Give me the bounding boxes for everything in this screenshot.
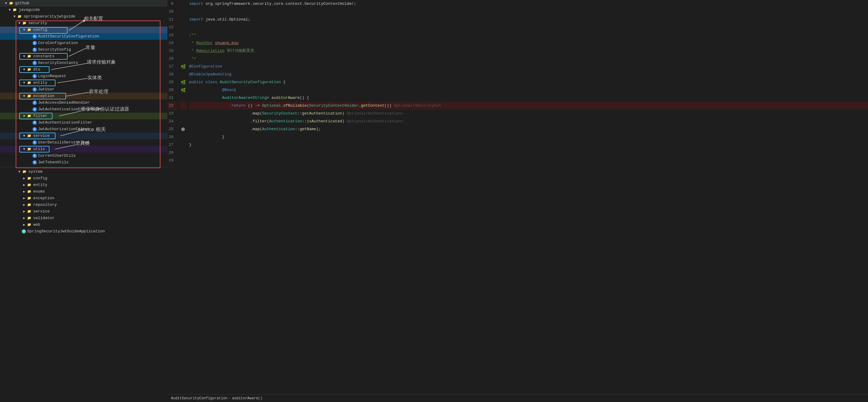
tree-label-authfilter: JwtAuthenticationFilter [38, 119, 92, 126]
gutter-20: 🌿 [180, 86, 187, 94]
tree-label-loginrequest: LoginRequest [38, 73, 66, 79]
tree-item-authfilter[interactable]: C JwtAuthenticationFilter [0, 119, 167, 126]
tree-item-sys-config[interactable]: ▶ 📁 config [0, 175, 167, 182]
bookmark-icon-19: 🌿 [181, 80, 186, 85]
gutter-12 [180, 24, 187, 31]
gutter-9 [180, 0, 187, 8]
code-line-24: .filter(Authentication::isAuthenticated)… [189, 118, 868, 125]
line-num-25: 25 [167, 125, 177, 133]
editor-lines: 9 10 11 12 13 14 15 16 17 18 19 20 21 22… [167, 0, 868, 394]
collapse-arrow-sys-entity[interactable]: ▶ [22, 182, 27, 188]
gutter-17: 🌿 [180, 63, 187, 70]
tree-label-sys-entity: entity [33, 182, 48, 188]
collapse-arrow-filter[interactable]: ▼ [22, 113, 27, 119]
tree-item-exception[interactable]: ▼ 📁 exception [0, 93, 167, 99]
folder-icon-web: 📁 [27, 222, 32, 228]
collapse-arrow-github[interactable]: ▼ [4, 0, 8, 7]
collapse-arrow-config[interactable]: ▼ [22, 27, 27, 33]
tree-item-sys-entity[interactable]: ▶ 📁 entity [0, 182, 167, 188]
tree-item-userdetails[interactable]: C UserDetailsServiceImpl [0, 139, 167, 146]
tree-item-currentuser[interactable]: C CurrentUserUtils [0, 153, 167, 159]
tree-item-secconstants[interactable]: C SecurityConstants [0, 60, 167, 66]
collapse-arrow-security[interactable]: ▼ [17, 20, 22, 27]
code-editor: 9 10 11 12 13 14 15 16 17 18 19 20 21 22… [167, 0, 868, 402]
gutter-11 [180, 16, 187, 24]
tree-item-loginrequest[interactable]: C LoginRequest [0, 73, 167, 79]
collapse-arrow-validator[interactable]: ▶ [22, 215, 27, 222]
code-line-10 [189, 8, 868, 16]
tree-item-cors[interactable]: C CorsConfiguration [0, 40, 167, 46]
tree-item-utils[interactable]: ▼ 📁 utils [0, 146, 167, 153]
tree-label-authentry: JwtAuthenticationEntryPoint [38, 106, 102, 113]
tree-label-main-app: SpringSecurityJwtGuideApplication [27, 228, 105, 235]
gutter-21 [180, 94, 187, 102]
collapse-arrow-enums[interactable]: ▶ [22, 188, 27, 195]
tree-item-accessdenied[interactable]: C JwtAccessDeniedHandler [0, 99, 167, 106]
collapse-arrow-javaguide[interactable]: ▼ [7, 7, 12, 13]
tree-item-constants[interactable]: ▼ 📁 constants [0, 53, 167, 60]
tree-item-service[interactable]: ▼ 📁 service [0, 133, 167, 139]
tree-item-repository[interactable]: ▶ 📁 repository [0, 202, 167, 208]
tree-item-filter[interactable]: ▼ 📁 filter [0, 113, 167, 119]
collapse-arrow-sys-config[interactable]: ▶ [22, 175, 27, 182]
tree-label-jwttokenutils: JwtTokenUtils [38, 159, 68, 166]
collapse-arrow-utils[interactable]: ▼ [22, 146, 27, 153]
line-num-23: 23 [167, 110, 177, 118]
collapse-arrow-service[interactable]: ▼ [22, 133, 27, 139]
collapse-arrow-springsecurity[interactable]: ▼ [12, 13, 17, 20]
code-line-23: .map(SecurityContext::getAuthentication)… [189, 110, 868, 118]
tree-item-validator[interactable]: ▶ 📁 validator [0, 215, 167, 222]
tree-item-authentry[interactable]: C JwtAuthenticationEntryPoint [0, 106, 167, 113]
gutter-23 [180, 110, 187, 118]
folder-icon-utils: 📁 [27, 146, 32, 152]
tree-label-audit: AuditSecurityConfiguration [38, 33, 99, 40]
tree-item-sys-service[interactable]: ▶ 📁 service [0, 208, 167, 215]
tree-item-github[interactable]: ▼ 📁 github [0, 0, 167, 7]
tree-item-audit[interactable]: C AuditSecurityConfiguration [0, 33, 167, 40]
tree-item-security[interactable]: ▼ 📁 security [0, 20, 167, 27]
tree-item-springsecurity[interactable]: ▼ 📁 springsecurityjwtguide [0, 13, 167, 20]
collapse-arrow-entity[interactable]: ▼ [22, 79, 27, 86]
tree-item-system[interactable]: ▼ 📁 system [0, 168, 167, 175]
tree-item-entity[interactable]: ▼ 📁 entity [0, 79, 167, 86]
tree-item-jwttokenutils[interactable]: C JwtTokenUtils [0, 159, 167, 166]
tree-item-authzfilter[interactable]: C JwtAuthorizationFilter [0, 126, 167, 133]
collapse-arrow-exception[interactable]: ▼ [22, 93, 27, 99]
collapse-arrow-dto[interactable]: ▼ [22, 66, 27, 73]
tree-item-secconfig[interactable]: C SecurityConfig [0, 46, 167, 53]
folder-icon-validator: 📁 [27, 215, 32, 221]
collapse-arrow-web[interactable]: ▶ [22, 222, 27, 228]
collapse-arrow-repository[interactable]: ▶ [22, 202, 27, 208]
folder-icon-sys-exception: 📁 [27, 196, 32, 201]
code-line-17: @Configuration [189, 63, 868, 70]
tree-item-enums[interactable]: ▶ 📁 enums [0, 188, 167, 195]
gutter-15 [180, 47, 187, 55]
line-num-13: 13 [167, 31, 177, 39]
tree-label-secconfig: SecurityConfig [38, 46, 71, 53]
tree-label-cors: CorsConfiguration [38, 40, 78, 46]
code-column[interactable]: import org.springframework.security.core… [187, 0, 868, 394]
code-line-27: } [189, 141, 868, 149]
tree-item-web[interactable]: ▶ 📁 web [0, 222, 167, 228]
collapse-arrow-sys-exception[interactable]: ▶ [22, 195, 27, 202]
tree-label-web: web [33, 222, 40, 228]
folder-icon-repository: 📁 [27, 202, 32, 208]
folder-icon-system: 📁 [22, 169, 27, 174]
tree-item-sys-exception[interactable]: ▶ 📁 exception [0, 195, 167, 202]
class-icon-authfilter: C [33, 121, 37, 125]
file-tree[interactable]: ▼ 📁 github ▼ 📁 javaguide ▼ 📁 springsecur… [0, 0, 167, 236]
collapse-arrow-system[interactable]: ▼ [17, 168, 22, 175]
line-num-27: 27 [167, 141, 177, 149]
class-icon-currentuser: C [33, 154, 37, 158]
tree-item-dto[interactable]: ▼ 📁 dto [0, 66, 167, 73]
folder-icon-security: 📁 [22, 21, 27, 26]
tree-item-main-app[interactable]: S SpringSecurityJwtGuideApplication [0, 228, 167, 235]
line-num-15: 15 [167, 47, 177, 55]
folder-icon-entity: 📁 [27, 80, 32, 86]
tree-item-config[interactable]: ▼ 📁 config [0, 27, 167, 33]
tree-item-jwtuser[interactable]: C JwtUser [0, 86, 167, 93]
tree-item-javaguide[interactable]: ▼ 📁 javaguide [0, 7, 167, 13]
folder-icon-filter: 📁 [27, 113, 32, 119]
collapse-arrow-constants[interactable]: ▼ [22, 53, 27, 60]
collapse-arrow-sys-service[interactable]: ▶ [22, 208, 27, 215]
